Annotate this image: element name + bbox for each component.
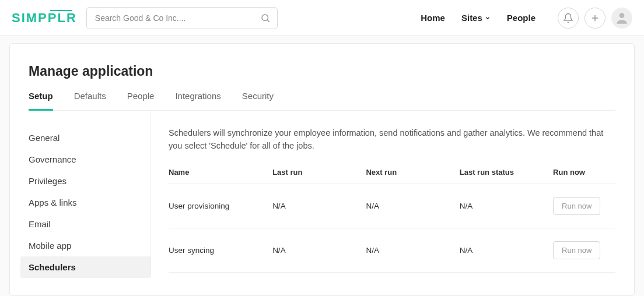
add-button[interactable]: [584, 8, 606, 29]
tab-label: People: [127, 91, 155, 101]
sidenav-item-governance[interactable]: Governance: [20, 149, 150, 170]
avatar-icon: [614, 10, 629, 26]
table-row: User provisioningN/AN/AN/ARun now: [169, 184, 615, 228]
brand-logo[interactable]: SIMPPLR: [12, 10, 77, 26]
th-run-now: Run now: [553, 163, 615, 184]
table-header-row: Name Last run Next run Last run status R…: [169, 163, 615, 184]
page-title: Manage application: [29, 64, 615, 79]
brand-text: SIMPPLR: [12, 10, 77, 25]
tab-label: Setup: [29, 91, 53, 101]
tabs: SetupDefaultsPeopleIntegrationsSecurity: [29, 91, 615, 111]
cell-name: User provisioning: [169, 184, 272, 228]
cell-status: N/A: [460, 228, 553, 272]
cell-next-run: N/A: [366, 184, 459, 228]
plus-icon: [590, 13, 600, 23]
nav-sites-label: Sites: [461, 13, 482, 23]
tab-label: Defaults: [74, 91, 106, 101]
card: Manage application SetupDefaultsPeopleIn…: [9, 43, 635, 296]
th-next-run: Next run: [366, 163, 459, 184]
cell-last-run: N/A: [272, 228, 366, 272]
nav-home-label: Home: [421, 13, 445, 23]
run-now-button[interactable]: Run now: [553, 197, 600, 215]
cell-last-run: N/A: [272, 184, 366, 228]
sidenav-item-general[interactable]: General: [20, 127, 150, 149]
intro-text: Schedulers will synchronize your employe…: [169, 127, 615, 153]
tab-integrations[interactable]: Integrations: [175, 91, 220, 111]
top-icons: [558, 8, 632, 29]
cell-action: Run now: [553, 228, 615, 272]
search-icon: [260, 13, 271, 23]
sidenav-item-email[interactable]: Email: [20, 213, 150, 235]
notifications-button[interactable]: [558, 8, 579, 29]
search-input[interactable]: [86, 7, 278, 29]
tab-label: Security: [242, 91, 274, 101]
tab-defaults[interactable]: Defaults: [74, 91, 106, 111]
nav-sites[interactable]: Sites: [461, 13, 491, 23]
search-wrap: [86, 7, 278, 29]
th-last-run: Last run: [272, 163, 366, 184]
sidenav-item-privileges[interactable]: Privileges: [20, 170, 150, 192]
main: Schedulers will synchronize your employe…: [151, 111, 615, 278]
topbar: SIMPPLR Home Sites People: [0, 0, 644, 36]
sidenav: GeneralGovernancePrivilegesApps & linksE…: [29, 111, 151, 278]
cell-status: N/A: [460, 184, 553, 228]
nav-home[interactable]: Home: [421, 13, 445, 23]
cell-name: User syncing: [169, 228, 272, 272]
th-name: Name: [169, 163, 272, 184]
sidenav-item-label: Schedulers: [29, 262, 76, 272]
table-row: User syncingN/AN/AN/ARun now: [169, 228, 615, 272]
svg-point-0: [262, 15, 268, 21]
content-row: GeneralGovernancePrivilegesApps & linksE…: [29, 111, 615, 278]
sidenav-item-label: Privileges: [29, 176, 66, 186]
sidenav-item-label: General: [29, 133, 60, 143]
sidenav-item-schedulers[interactable]: Schedulers: [20, 256, 150, 278]
nav-people[interactable]: People: [507, 13, 536, 23]
sidenav-item-label: Email: [29, 219, 51, 229]
sidenav-item-mobile-app[interactable]: Mobile app: [20, 235, 150, 256]
brand-overline: [50, 10, 72, 11]
sidenav-item-label: Governance: [29, 154, 76, 164]
sidenav-item-apps-links[interactable]: Apps & links: [20, 192, 150, 213]
tab-security[interactable]: Security: [242, 91, 274, 111]
svg-point-4: [620, 13, 625, 18]
user-avatar[interactable]: [611, 8, 632, 29]
tab-label: Integrations: [175, 91, 220, 101]
cell-next-run: N/A: [366, 228, 459, 272]
sidenav-item-label: Mobile app: [29, 241, 71, 251]
tab-setup[interactable]: Setup: [29, 91, 53, 111]
svg-line-1: [267, 20, 269, 22]
nav-people-label: People: [507, 13, 536, 23]
chevron-down-icon: [485, 15, 491, 21]
schedulers-table: Name Last run Next run Last run status R…: [169, 163, 615, 273]
run-now-button[interactable]: Run now: [553, 241, 600, 259]
cell-action: Run now: [553, 184, 615, 228]
th-status: Last run status: [460, 163, 553, 184]
sidenav-item-label: Apps & links: [29, 198, 77, 207]
topnav: Home Sites People: [421, 8, 632, 29]
page-wrap: Manage application SetupDefaultsPeopleIn…: [0, 36, 644, 296]
bell-icon: [563, 13, 573, 23]
tab-people[interactable]: People: [127, 91, 155, 111]
